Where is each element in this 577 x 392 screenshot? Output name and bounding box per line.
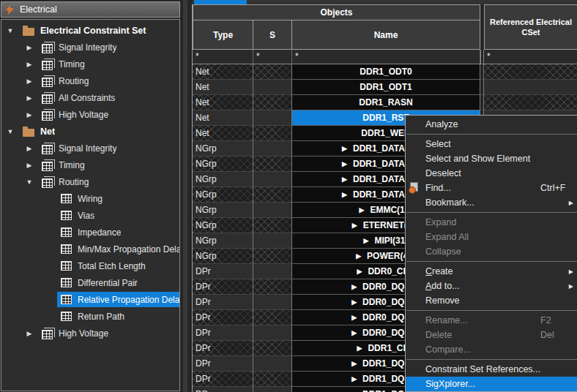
cell-name[interactable]: DDR1_RASN: [292, 95, 480, 110]
expand-arrow-icon[interactable]: ▶: [342, 160, 347, 167]
tree-item-wiring[interactable]: Wiring: [1, 190, 179, 207]
table-row[interactable]: NetDDR1_ODT0: [193, 64, 577, 80]
menu-item-find[interactable]: Find...Ctrl+F: [406, 181, 577, 195]
expand-arrow-icon[interactable]: ▶: [351, 360, 357, 367]
collapse-arrow-icon[interactable]: ▼: [6, 27, 15, 34]
tree-item-body[interactable]: All Constraints: [38, 90, 179, 105]
tree-item-net[interactable]: ▼Net: [1, 123, 179, 140]
expand-arrow-icon[interactable]: ▶: [364, 237, 369, 244]
tree-item-body[interactable]: Routing: [38, 73, 179, 88]
expand-arrow-icon[interactable]: ▶: [342, 145, 347, 152]
cell-referenced-cset[interactable]: [484, 95, 577, 110]
tree-item-high-voltage[interactable]: ▶High Voltage: [1, 325, 179, 342]
tree-item-body[interactable]: High Voltage: [38, 107, 179, 122]
filter-cell-ref-cset[interactable]: *: [484, 50, 577, 64]
tree-item-body[interactable]: Timing: [38, 56, 179, 72]
tree-item-high-voltage[interactable]: ▶High Voltage: [1, 106, 179, 123]
expand-arrow-icon[interactable]: ▶: [25, 44, 34, 51]
expand-arrow-icon[interactable]: ▶: [357, 344, 362, 352]
menu-item-sigxplorer[interactable]: SigXplorer...: [406, 377, 577, 391]
tree-item-vias[interactable]: Vias: [1, 207, 179, 224]
tree-item-total-etch-length[interactable]: Total Etch Length: [1, 257, 179, 274]
expand-arrow-icon[interactable]: ▶: [342, 176, 347, 183]
tree-item-timing[interactable]: ▶Timing: [1, 56, 179, 72]
menu-item-label: Find...: [425, 183, 451, 193]
cell-name[interactable]: DDR1_ODT0: [292, 64, 480, 80]
cell-s: [253, 64, 292, 80]
column-header-name[interactable]: Name: [291, 20, 480, 50]
menu-item-create[interactable]: Create▶: [406, 264, 577, 279]
tree-item-differential-pair[interactable]: Differential Pair: [1, 274, 179, 291]
tree-item-electrical-constraint-set[interactable]: ▼Electrical Constraint Set: [1, 22, 179, 39]
tree-item-body[interactable]: Wiring: [57, 191, 179, 206]
column-header-referenced-electrical-cset[interactable]: Referenced Electrical CSet: [484, 4, 577, 50]
tree-item-body[interactable]: Timing: [38, 157, 179, 173]
tree-item-body[interactable]: Vias: [57, 208, 179, 223]
expand-arrow-icon[interactable]: ▶: [357, 268, 362, 275]
tree-item-body[interactable]: Return Path: [57, 309, 179, 324]
expand-arrow-icon[interactable]: ▶: [360, 206, 365, 214]
tree-item-signal-integrity[interactable]: ▶Signal Integrity: [1, 140, 179, 157]
tree-item-body[interactable]: Signal Integrity: [38, 140, 179, 156]
collapse-arrow-icon[interactable]: ▼: [6, 128, 15, 135]
cell-referenced-cset[interactable]: [484, 64, 577, 80]
column-header-s[interactable]: S: [253, 20, 292, 50]
expand-arrow-icon[interactable]: ▶: [25, 162, 34, 169]
cell-name[interactable]: DDR1_ODT1: [292, 80, 480, 95]
expand-arrow-icon[interactable]: ▶: [351, 298, 357, 306]
tree-item-body[interactable]: Differential Pair: [57, 275, 179, 290]
tree-item-timing[interactable]: ▶Timing: [1, 157, 179, 173]
panel-splitter[interactable]: [180, 0, 192, 392]
expand-arrow-icon[interactable]: ▶: [25, 145, 34, 152]
tree-item-body[interactable]: Electrical Constraint Set: [19, 23, 179, 38]
menu-item-add-to[interactable]: Add to...▶: [406, 279, 577, 293]
tree-item-impedance[interactable]: Impedance: [1, 224, 179, 241]
tree-item-signal-integrity[interactable]: ▶Signal Integrity: [1, 39, 179, 56]
collapse-arrow-icon[interactable]: ▼: [25, 178, 34, 186]
cell-type: NGrp: [193, 249, 253, 264]
tree-item-all-constraints[interactable]: ▶All Constraints: [1, 89, 179, 106]
tree-item-routing[interactable]: ▶Routing: [1, 72, 179, 89]
tree-item-return-path[interactable]: Return Path: [1, 308, 179, 325]
expand-arrow-icon[interactable]: ▶: [25, 330, 34, 337]
tree-item-routing[interactable]: ▼Routing: [1, 173, 179, 190]
tree-indent: [1, 114, 25, 115]
menu-item-constraint-set-references[interactable]: Constraint Set References...: [406, 362, 577, 377]
filter-cell-name[interactable]: *: [292, 50, 480, 64]
tree-item-relative-propagation-delay[interactable]: Relative Propagation Delay: [1, 291, 179, 308]
expand-arrow-icon[interactable]: ▶: [356, 252, 361, 260]
column-header-type[interactable]: Type: [193, 20, 253, 50]
tree-item-min-max-propagation-delays[interactable]: Min/Max Propagation Delays: [1, 241, 179, 257]
expand-arrow-icon[interactable]: ▶: [351, 375, 357, 382]
expand-arrow-icon[interactable]: ▶: [351, 329, 357, 336]
expand-arrow-icon[interactable]: ▶: [25, 61, 34, 68]
expand-arrow-icon[interactable]: ▶: [25, 111, 34, 118]
table-row[interactable]: NetDDR1_RASN: [193, 95, 577, 110]
menu-item-analyze[interactable]: Analyze: [406, 117, 577, 132]
menu-item-deselect[interactable]: Deselect: [406, 166, 577, 181]
filter-cell-s[interactable]: *: [253, 50, 292, 64]
tree-item-body[interactable]: Signal Integrity: [38, 39, 179, 55]
tree-item-body[interactable]: Relative Propagation Delay: [57, 292, 179, 307]
tree-indent: [1, 198, 44, 199]
cell-referenced-cset[interactable]: [484, 80, 577, 95]
tree-item-body[interactable]: Routing: [38, 174, 179, 189]
menu-item-select-and-show-element[interactable]: Select and Show Element: [406, 151, 577, 166]
expand-arrow-icon[interactable]: ▶: [352, 222, 357, 229]
expand-arrow-icon[interactable]: ▶: [351, 314, 357, 321]
tree-item-body[interactable]: Impedance: [57, 225, 179, 240]
filter-cell-type[interactable]: *: [193, 50, 253, 64]
expand-arrow-icon[interactable]: ▶: [342, 191, 347, 198]
tree-item-body[interactable]: Total Etch Length: [57, 258, 179, 274]
expand-arrow-icon[interactable]: ▶: [351, 283, 357, 290]
tree-item-body[interactable]: Min/Max Propagation Delays: [57, 241, 179, 257]
tree-item-body[interactable]: High Voltage: [38, 325, 179, 341]
cell-s: [253, 110, 292, 126]
expand-arrow-icon[interactable]: ▶: [25, 94, 34, 102]
menu-item-remove[interactable]: Remove: [406, 293, 577, 308]
table-row[interactable]: NetDDR1_ODT1: [193, 80, 577, 95]
menu-item-bookmark[interactable]: Bookmark...▶: [406, 195, 577, 210]
menu-item-select[interactable]: Select: [406, 137, 577, 151]
tree-item-body[interactable]: Net: [19, 124, 179, 139]
expand-arrow-icon[interactable]: ▶: [25, 78, 34, 85]
